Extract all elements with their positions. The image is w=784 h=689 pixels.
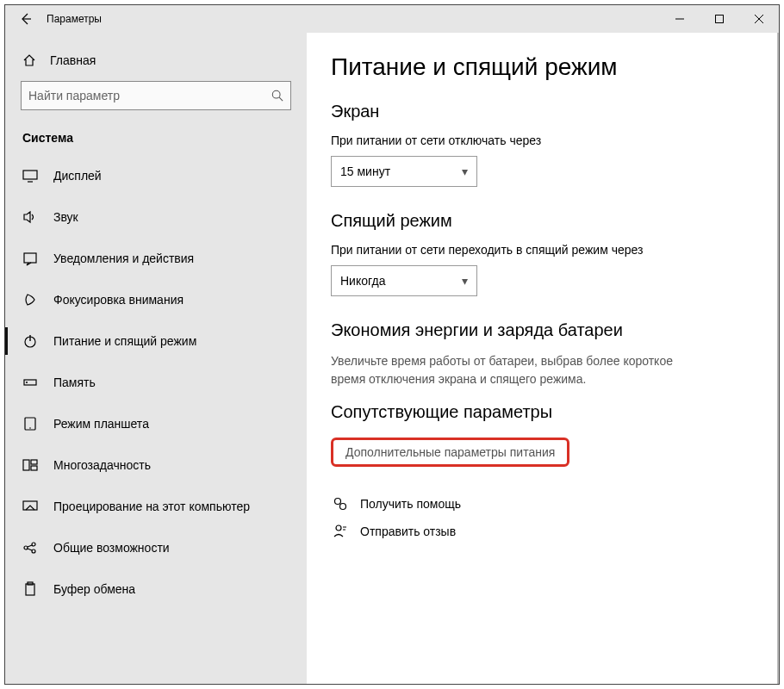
display-icon — [22, 168, 38, 183]
svg-rect-6 — [23, 171, 37, 179]
screen-off-label: При питании от сети отключать через — [331, 133, 758, 147]
svg-line-22 — [28, 545, 32, 547]
notify-icon — [22, 251, 38, 266]
sidebar-item-label: Общие возможности — [53, 541, 170, 555]
svg-rect-17 — [31, 466, 37, 470]
screen-off-value: 15 минут — [340, 164, 390, 178]
get-help-label: Получить помощь — [360, 497, 461, 511]
related-section-heading: Сопутствующие параметры — [331, 402, 758, 422]
svg-rect-15 — [23, 460, 29, 470]
close-icon — [755, 15, 763, 23]
sidebar-item-display[interactable]: Дисплей — [5, 155, 307, 196]
back-button[interactable] — [5, 5, 47, 33]
window-body: Главная Система Дисплей Звук Уведомления… — [5, 33, 779, 684]
sidebar-item-label: Звук — [53, 210, 78, 224]
settings-window: Параметры Главная — [4, 4, 780, 685]
maximize-button[interactable] — [700, 5, 739, 33]
give-feedback-link[interactable]: Отправить отзыв — [331, 524, 758, 539]
chevron-down-icon: ▾ — [462, 164, 468, 178]
window-title: Параметры — [47, 13, 660, 25]
sidebar-item-label: Уведомления и действия — [53, 251, 194, 265]
screen-off-dropdown[interactable]: 15 минут ▾ — [331, 156, 477, 187]
focus-icon — [22, 292, 38, 307]
sidebar-item-label: Питание и спящий режим — [53, 334, 196, 348]
sidebar-item-label: Память — [53, 376, 96, 389]
svg-point-28 — [336, 525, 341, 531]
sleep-section-heading: Спящий режим — [331, 211, 758, 231]
help-icon — [331, 496, 350, 512]
sidebar-item-projecting[interactable]: Проецирование на этот компьютер — [5, 486, 307, 527]
sidebar-item-multitasking[interactable]: Многозадачность — [5, 444, 307, 486]
projecting-icon — [22, 499, 38, 514]
svg-point-4 — [272, 90, 280, 98]
screen-section-heading: Экран — [331, 102, 758, 121]
sidebar-item-storage[interactable]: Память — [5, 362, 307, 403]
clipboard-icon — [22, 581, 38, 597]
titlebar: Параметры — [5, 5, 779, 33]
svg-point-19 — [24, 546, 28, 549]
scrollbar[interactable] — [777, 33, 779, 684]
sidebar-item-shared[interactable]: Общие возможности — [5, 527, 307, 568]
power-icon — [22, 333, 38, 349]
sidebar-item-notifications[interactable]: Уведомления и действия — [5, 238, 307, 279]
shared-icon — [22, 540, 38, 556]
multitask-icon — [22, 457, 38, 473]
storage-icon — [22, 375, 38, 390]
battery-section-heading: Экономия энергии и заряда батареи — [331, 320, 758, 340]
sidebar-item-label: Проецирование на этот компьютер — [53, 500, 250, 513]
window-controls — [660, 5, 779, 33]
svg-point-21 — [32, 549, 35, 553]
sidebar-item-power[interactable]: Питание и спящий режим — [5, 320, 307, 362]
sidebar-item-label: Многозадачность — [53, 458, 151, 472]
svg-point-14 — [29, 427, 31, 429]
search-box[interactable] — [21, 81, 291, 110]
maximize-icon — [715, 15, 724, 23]
sound-icon — [22, 209, 38, 225]
sidebar-item-clipboard[interactable]: Буфер обмена — [5, 568, 307, 610]
svg-point-27 — [340, 504, 346, 510]
home-icon — [22, 53, 38, 67]
sidebar-item-label: Буфер обмена — [53, 582, 135, 596]
sidebar-item-focus[interactable]: Фокусировка внимания — [5, 279, 307, 320]
svg-rect-1 — [716, 16, 724, 23]
svg-rect-16 — [31, 460, 37, 464]
sidebar-item-label: Режим планшета — [53, 417, 149, 431]
give-feedback-label: Отправить отзыв — [360, 525, 456, 538]
close-button[interactable] — [739, 5, 779, 33]
get-help-link[interactable]: Получить помощь — [331, 496, 758, 512]
battery-description: Увеличьте время работы от батареи, выбра… — [331, 352, 710, 388]
sidebar-item-tablet[interactable]: Режим планшета — [5, 403, 307, 444]
content-pane: Питание и спящий режим Экран При питании… — [307, 33, 779, 684]
home-label: Главная — [50, 53, 96, 67]
tablet-icon — [22, 416, 38, 431]
svg-rect-24 — [26, 584, 34, 595]
minimize-icon — [675, 15, 684, 23]
svg-line-23 — [28, 549, 32, 550]
svg-line-5 — [279, 97, 283, 101]
sleep-value: Никогда — [340, 274, 385, 288]
page-title: Питание и спящий режим — [331, 53, 758, 81]
svg-point-12 — [26, 382, 28, 383]
sleep-dropdown[interactable]: Никогда ▾ — [331, 265, 477, 296]
search-icon — [271, 90, 283, 102]
chevron-down-icon: ▾ — [462, 274, 468, 288]
sidebar: Главная Система Дисплей Звук Уведомления… — [5, 33, 307, 684]
sleep-label: При питании от сети переходить в спящий … — [331, 243, 758, 257]
sidebar-item-sound[interactable]: Звук — [5, 196, 307, 238]
svg-rect-8 — [24, 253, 36, 263]
home-button[interactable]: Главная — [5, 47, 307, 78]
sidebar-item-label: Дисплей — [53, 169, 102, 183]
search-input[interactable] — [28, 89, 271, 102]
minimize-button[interactable] — [660, 5, 700, 33]
feedback-icon — [331, 524, 350, 539]
sidebar-item-label: Фокусировка внимания — [53, 293, 184, 307]
svg-point-26 — [335, 499, 341, 505]
sidebar-group-label: Система — [5, 117, 307, 155]
additional-power-settings-link[interactable]: Дополнительные параметры питания — [331, 438, 569, 467]
svg-point-20 — [32, 543, 35, 546]
arrow-left-icon — [19, 12, 33, 26]
